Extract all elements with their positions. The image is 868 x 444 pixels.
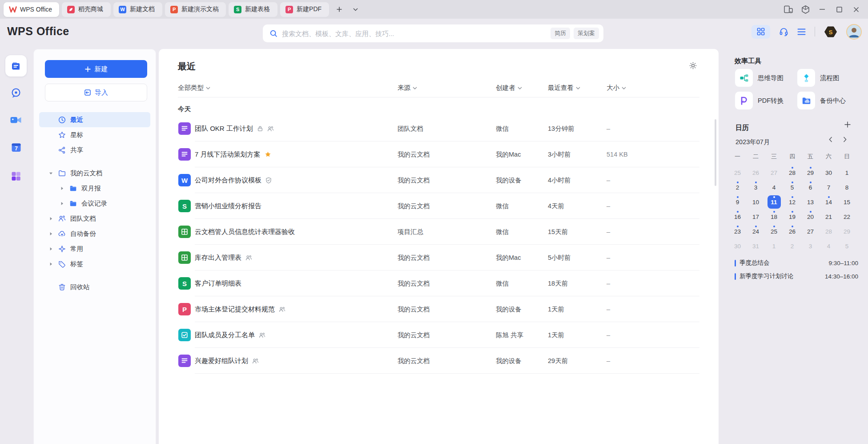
vip-badge[interactable]: S (824, 26, 837, 38)
calendar-day[interactable]: 17 (747, 210, 765, 224)
add-event-button[interactable] (844, 121, 851, 129)
calendar-day[interactable]: 23 (728, 224, 747, 238)
calendar-day[interactable]: 19 (783, 210, 801, 224)
calendar-day[interactable]: 20 (801, 210, 820, 224)
calendar-day[interactable]: 15 (838, 195, 856, 209)
calendar-day[interactable]: 22 (838, 210, 856, 224)
sidebar-item-tags[interactable]: 标签 (39, 256, 150, 271)
calendar-day[interactable]: 6 (801, 180, 820, 194)
caret-down-icon[interactable] (46, 171, 55, 175)
minimize-button[interactable] (816, 3, 829, 16)
sidebar-item-auto-backup[interactable]: 自动备份 (39, 226, 150, 241)
calendar-day[interactable]: 24 (747, 224, 765, 238)
import-button[interactable]: 导入 (45, 84, 147, 101)
tab-5[interactable]: P新建PDF (280, 2, 329, 17)
list-settings-button[interactable] (689, 61, 697, 71)
main-menu-button[interactable] (797, 28, 806, 35)
calendar-day[interactable]: 14 (820, 195, 838, 209)
filter-last-viewed[interactable]: 最近查看 (548, 84, 580, 92)
calendar-day-selected[interactable]: 11 (765, 195, 783, 209)
file-row[interactable]: S 营销小组业绩分析报告 我的云文档 微信 4天前 – (159, 193, 719, 219)
sidebar-item-my-cloud-docs[interactable]: 我的云文档 (39, 165, 150, 181)
calendar-day[interactable]: 28 (783, 165, 801, 180)
tab-0[interactable]: WPS Office (4, 2, 59, 17)
calendar-day[interactable]: 7 (820, 180, 838, 194)
filter-source[interactable]: 来源 (398, 84, 417, 92)
calendar-day[interactable]: 16 (728, 210, 747, 224)
calendar-day[interactable]: 5 (783, 180, 801, 194)
tool-flowchart[interactable]: 流程图 (797, 69, 859, 87)
tool-pdf-convert[interactable]: PDF转换 (735, 91, 797, 110)
calendar-day[interactable]: 13 (801, 195, 820, 209)
calendar-day[interactable]: 25 (765, 224, 783, 238)
calendar-day[interactable]: 27 (801, 224, 820, 238)
calendar-day[interactable]: 21 (820, 210, 838, 224)
calendar-day[interactable]: 25 (728, 165, 747, 180)
calendar-day[interactable]: 5 (838, 239, 856, 253)
rail-item-messages[interactable] (5, 82, 27, 104)
filter-size[interactable]: 大小 (607, 84, 626, 92)
tab-1[interactable]: 稻壳商城 (62, 2, 111, 17)
file-row[interactable]: 库存出入管理表 我的云文档 我的Mac 5小时前 – (159, 245, 719, 270)
search-input[interactable] (282, 30, 547, 37)
sidebar-item-starred[interactable]: 星标 (39, 127, 150, 142)
rail-item-documents[interactable] (5, 55, 27, 77)
calendar-day[interactable]: 3 (747, 180, 765, 194)
tab-4[interactable]: S新建表格 (229, 2, 277, 17)
calendar-day[interactable]: 4 (820, 239, 838, 253)
support-button[interactable] (779, 27, 788, 36)
calendar-day[interactable]: 30 (728, 239, 747, 253)
calendar-next-button[interactable] (843, 137, 847, 144)
calendar-event[interactable]: 季度总结会 9:30–11:00 (735, 256, 858, 270)
calendar-day[interactable]: 10 (747, 195, 765, 209)
calendar-day[interactable]: 30 (820, 165, 838, 180)
calendar-day[interactable]: 1 (838, 165, 856, 180)
caret-right-icon[interactable] (46, 247, 55, 251)
caret-right-icon[interactable] (46, 232, 55, 236)
calendar-day[interactable]: 2 (728, 180, 747, 194)
calendar-day[interactable]: 29 (838, 224, 856, 238)
file-row[interactable]: 兴趣爱好组队计划 我的云文档 我的设备 29天前 – (159, 348, 719, 374)
caret-right-icon[interactable] (46, 262, 55, 266)
filter-type[interactable]: 全部类型 (178, 84, 210, 92)
file-row[interactable]: W 公司对外合作协议模板 我的云文档 我的设备 4小时前 – (159, 167, 719, 193)
new-tab-button[interactable] (334, 4, 345, 15)
scrollbar-thumb[interactable] (715, 119, 716, 186)
tool-mindmap[interactable]: 思维导图 (735, 69, 797, 87)
calendar-day[interactable]: 3 (801, 239, 820, 253)
caret-right-icon[interactable] (57, 202, 66, 206)
file-row[interactable]: S 客户订单明细表 我的云文档 微信 18天前 – (159, 270, 719, 296)
tab-3[interactable]: P新建演示文稿 (165, 2, 226, 17)
calendar-day[interactable]: 2 (783, 239, 801, 253)
calendar-event[interactable]: 新季度学习计划讨论 14:30–16:00 (735, 270, 858, 283)
sidebar-item-shared[interactable]: 共享 (39, 142, 150, 157)
file-row[interactable]: 7 月线下活动策划方案 我的云文档 我的Mac 3小时前 514 KB (159, 141, 719, 167)
calendar-day[interactable]: 26 (747, 165, 765, 180)
calendar-day[interactable]: 18 (765, 210, 783, 224)
caret-right-icon[interactable] (46, 217, 55, 221)
new-document-button[interactable]: 新建 (45, 60, 147, 78)
calendar-day[interactable]: 8 (838, 180, 856, 194)
calendar-day[interactable]: 28 (820, 224, 838, 238)
calendar-day[interactable]: 9 (728, 195, 747, 209)
search-tag-1[interactable]: 策划案 (574, 28, 599, 39)
apps-grid-button[interactable] (751, 25, 770, 39)
sidebar-item-recent[interactable]: 最近 (39, 112, 150, 127)
sidebar-item-recycle-bin[interactable]: 回收站 (39, 279, 150, 295)
file-row[interactable]: 团队 OKR 工作计划 团队文档 微信 13分钟前 – (159, 116, 719, 141)
calendar-day[interactable]: 26 (783, 224, 801, 238)
search-tag-0[interactable]: 简历 (551, 28, 570, 39)
global-search[interactable]: 简历策划案 (263, 24, 603, 42)
calendar-day[interactable]: 31 (747, 239, 765, 253)
sidebar-item-frequent[interactable]: 常用 (39, 241, 150, 256)
tab-list-dropdown[interactable] (350, 4, 361, 15)
calendar-prev-button[interactable] (829, 137, 832, 144)
calendar-day[interactable]: 4 (765, 180, 783, 194)
devices-button[interactable] (782, 3, 795, 16)
file-row[interactable]: 云文档管人员信息统计表理器验收 项目汇总 微信 15天前 – (159, 219, 719, 245)
sidebar-item-bimonthly-report[interactable]: 双月报 (39, 181, 150, 196)
calendar-day[interactable]: 12 (783, 195, 801, 209)
user-avatar[interactable] (846, 24, 862, 40)
caret-right-icon[interactable] (57, 186, 66, 190)
sidebar-item-meeting-notes[interactable]: 会议记录 (39, 196, 150, 211)
